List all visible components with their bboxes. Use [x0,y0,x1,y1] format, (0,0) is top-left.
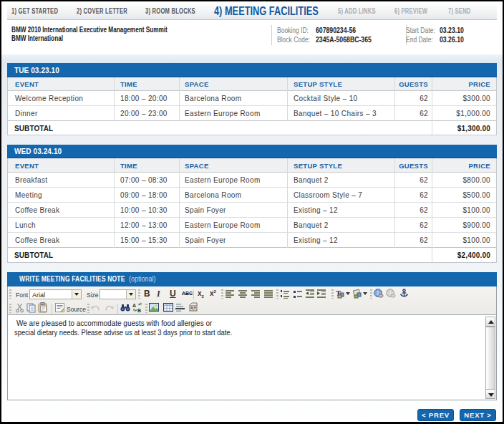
svg-text:A: A [132,303,136,308]
svg-text:B: B [137,308,141,313]
